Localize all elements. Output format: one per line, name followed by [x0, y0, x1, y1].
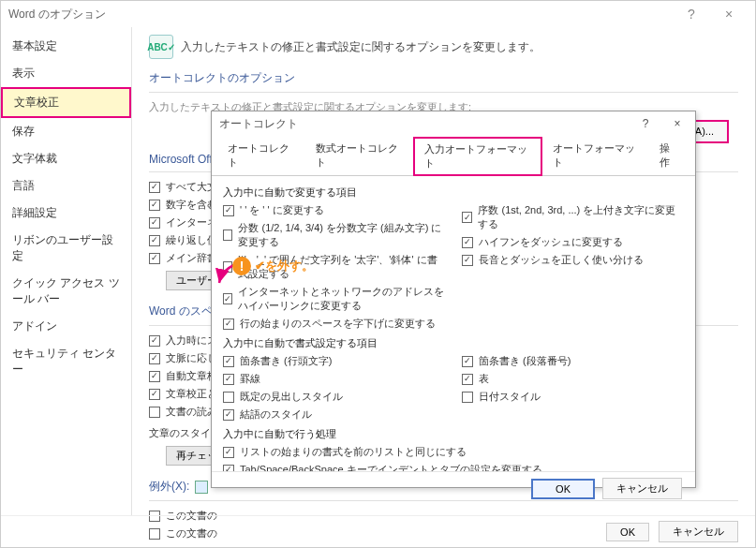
chk-label: 箇条書き (段落番号)	[479, 354, 571, 368]
checkbox[interactable]	[149, 200, 160, 211]
chk-label: 繰り返し使	[166, 233, 217, 247]
sidebar-item[interactable]: 文字体裁	[1, 145, 131, 172]
checkbox[interactable]	[462, 237, 473, 248]
chk-label: 既定の見出しスタイル	[240, 390, 343, 404]
tab-math-autocorrect[interactable]: 数式オートコレクト	[305, 137, 413, 176]
checkbox[interactable]	[149, 235, 160, 246]
checkbox[interactable]	[462, 392, 473, 403]
checkbox[interactable]	[462, 356, 473, 367]
tab-strip: オートコレクト 数式オートコレクト 入力オートフォーマット オートフォーマット …	[212, 136, 695, 176]
checkbox-indent-on-space[interactable]	[223, 318, 234, 330]
chk-label: 分数 (1/2, 1/4, 3/4) を分数文字 (組み文字) に変更する	[238, 221, 445, 249]
chk-label: 結語のスタイル	[240, 407, 312, 422]
checkbox[interactable]	[223, 465, 234, 472]
chk-label: インターネットとネットワークのアドレスをハイパーリンクに変更する	[238, 285, 445, 313]
group-title: 入力中に自動で書式設定する項目	[223, 333, 684, 352]
checkbox[interactable]	[149, 371, 160, 382]
chk-label: 日付スタイル	[479, 390, 541, 404]
chk-label: 文章校正と	[166, 387, 217, 401]
chk-label: 罫線	[240, 372, 260, 386]
sidebar-item-proofing[interactable]: 文章校正	[1, 87, 131, 118]
inner-title-text: オートコレクト	[219, 116, 298, 132]
sidebar-item[interactable]: 保存	[1, 118, 131, 145]
checkbox[interactable]	[223, 356, 234, 367]
ok-button[interactable]: OK	[531, 479, 595, 499]
chk-label: Tab/Space/BackSpace キーでインデントとタブの設定を変更する	[240, 463, 542, 471]
chk-label: ハイフンをダッシュに変更する	[479, 235, 623, 249]
main-head-text: 入力したテキストの修正と書式設定に関するオプションを変更します。	[181, 39, 541, 55]
checkbox[interactable]	[223, 374, 234, 385]
exception-label: 例外(X):	[149, 479, 189, 495]
outer-title-text: Word のオプション	[8, 1, 106, 27]
close-icon[interactable]: ×	[661, 111, 693, 136]
checkbox[interactable]	[149, 389, 160, 400]
checkbox[interactable]	[223, 230, 232, 241]
tab-autoformat-as-you-type[interactable]: 入力オートフォーマット	[413, 137, 541, 176]
checkbox[interactable]	[223, 409, 234, 421]
checkbox[interactable]	[223, 392, 234, 403]
checkbox[interactable]	[223, 447, 234, 458]
autocorrect-dialog: オートコレクト ? × オートコレクト 数式オートコレクト 入力オートフォーマッ…	[211, 111, 696, 488]
sidebar-item[interactable]: リボンのユーザー設定	[1, 227, 131, 270]
sidebar-item[interactable]: 基本設定	[1, 33, 131, 60]
category-sidebar: 基本設定 表示 文章校正 保存 文字体裁 言語 詳細設定 リボンのユーザー設定 …	[1, 27, 132, 515]
checkbox[interactable]	[149, 182, 160, 193]
checkbox[interactable]	[149, 253, 160, 264]
checkbox[interactable]	[149, 407, 160, 418]
checkbox[interactable]	[149, 335, 160, 347]
checkbox[interactable]	[223, 205, 234, 216]
checkbox[interactable]	[462, 374, 473, 385]
checkbox[interactable]	[223, 293, 232, 304]
ok-button[interactable]: OK	[606, 523, 649, 541]
chk-label: 自動文章校	[166, 369, 217, 383]
chk-label: 行の始まりのスペースを字下げに変更する	[240, 317, 436, 331]
inner-titlebar: オートコレクト ? ×	[212, 111, 695, 136]
chk-label: 文脈に応じ	[166, 351, 217, 365]
inner-footer: OK キャンセル	[212, 471, 695, 505]
chk-label: 長音とダッシュを正しく使い分ける	[479, 253, 644, 267]
inner-window-controls: ? ×	[630, 111, 693, 136]
chk-label: 箇条書き (行頭文字)	[240, 354, 332, 368]
cancel-button[interactable]: キャンセル	[659, 521, 738, 542]
tab-autocorrect[interactable]: オートコレクト	[217, 137, 305, 176]
group-title: 入力中に自動で変更する項目	[223, 182, 684, 201]
sidebar-item[interactable]: セキュリティ センター	[1, 340, 131, 383]
chk-label: 数字を含む	[166, 198, 217, 212]
inner-body: 入力中に自動で変更する項目 ' ' を ' ' に変更する 分数 (1/2, 1…	[212, 176, 695, 471]
sidebar-item[interactable]: 言語	[1, 172, 131, 200]
group-title: 入力中に自動で行う処理	[223, 423, 684, 443]
checkbox[interactable]	[462, 255, 473, 266]
checkbox[interactable]	[149, 217, 160, 229]
help-icon[interactable]: ?	[673, 1, 710, 27]
chk-label: 表	[479, 372, 489, 386]
proofing-icon: ABC✓	[149, 35, 173, 59]
chk-label: すべて大文	[166, 180, 217, 194]
checkbox[interactable]	[462, 212, 472, 223]
help-icon[interactable]: ?	[630, 111, 661, 136]
sidebar-item[interactable]: アドイン	[1, 313, 131, 340]
sidebar-item[interactable]: 表示	[1, 60, 131, 87]
section-autocorrect-title: オートコレクトのオプション	[149, 67, 738, 90]
window-controls: ? ×	[673, 1, 748, 27]
tab-actions[interactable]: 操作	[649, 137, 689, 176]
checkbox[interactable]	[223, 261, 232, 273]
chk-label: '*'、'_' で囲んだ文字列を '太字'、'斜体' に書式設定する	[238, 253, 445, 281]
chk-label: リストの始まりの書式を前のリストと同じにする	[240, 445, 467, 459]
outer-footer: OK キャンセル	[1, 515, 755, 547]
sidebar-item[interactable]: 詳細設定	[1, 200, 131, 227]
document-icon	[195, 481, 208, 494]
outer-titlebar: Word のオプション ? ×	[1, 1, 755, 27]
chk-label: 序数 (1st, 2nd, 3rd, ...) を上付き文字に変更する	[478, 203, 684, 231]
cancel-button[interactable]: キャンセル	[602, 478, 682, 499]
close-icon[interactable]: ×	[710, 1, 748, 27]
checkbox[interactable]	[149, 353, 160, 364]
chk-label: ' ' を ' ' に変更する	[240, 203, 324, 217]
sidebar-item[interactable]: クイック アクセス ツール バー	[1, 270, 131, 313]
tab-autoformat[interactable]: オートフォーマット	[542, 137, 650, 176]
chk-label: 文書の読み	[166, 405, 217, 419]
chk-label: 入力時にス	[166, 333, 217, 348]
